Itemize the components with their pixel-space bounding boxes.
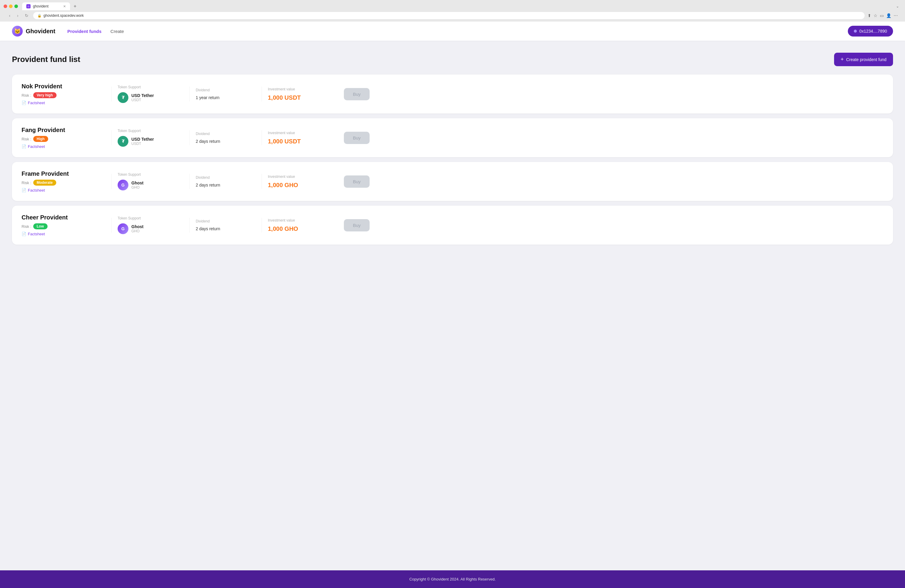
factsheet-link[interactable]: 📄 Factsheet — [22, 100, 105, 105]
token-support-label: Token Support — [117, 85, 183, 89]
dividend-label: Dividend — [196, 132, 256, 136]
investment-amount: 1,000 GHO — [268, 182, 334, 189]
factsheet-label: Factsheet — [28, 188, 45, 192]
url-text: ghovident.spacedev.work — [43, 13, 84, 17]
investment-amount: 1,000 USDT — [268, 138, 334, 145]
fund-dividend: Dividend 2 days return — [196, 175, 256, 188]
risk-row: Risk : High — [22, 136, 105, 142]
fund-dividend: Dividend 1 year return — [196, 88, 256, 100]
investment-amount: 1,000 USDT — [268, 94, 334, 101]
token-symbol: USDT — [132, 98, 154, 102]
fund-action: Buy — [334, 88, 370, 100]
profile-button[interactable]: 👤 — [886, 13, 891, 18]
wallet-address: 0x1234....7890 — [859, 29, 887, 33]
risk-row: Risk : Very high — [22, 92, 105, 98]
investment-label: Investment value — [268, 87, 334, 91]
divider-2 — [189, 86, 190, 102]
factsheet-link[interactable]: 📄 Factsheet — [22, 232, 105, 236]
tab-close-icon[interactable]: ✕ — [63, 5, 66, 8]
tab-favicon: G — [26, 4, 30, 8]
fund-info: Cheer Provident Risk : Low 📄 Factsheet — [22, 214, 105, 236]
refresh-button[interactable]: ↻ — [23, 13, 30, 19]
fund-card: Nok Provident Risk : Very high 📄 Factshe… — [12, 75, 893, 113]
buy-button[interactable]: Buy — [344, 132, 370, 144]
nav-links: Provident funds Create — [67, 27, 848, 35]
fund-token: Token Support G Ghost GHO — [117, 216, 183, 234]
fund-token: Token Support G Ghost GHO — [117, 172, 183, 191]
token-icon: ₮ — [117, 92, 129, 103]
fund-info: Fang Provident Risk : High 📄 Factsheet — [22, 127, 105, 149]
document-icon: 📄 — [22, 188, 26, 192]
fund-info: Frame Provident Risk : Moderate 📄 Factsh… — [22, 170, 105, 192]
fund-card: Cheer Provident Risk : Low 📄 Factsheet T… — [12, 206, 893, 245]
fund-name: Nok Provident — [22, 83, 105, 90]
active-tab[interactable]: G ghovident ✕ — [22, 2, 70, 10]
token-row: ₮ USD Tether USDT — [117, 92, 183, 103]
divider-2 — [189, 218, 190, 233]
back-button[interactable]: ‹ — [7, 13, 12, 19]
menu-button[interactable]: ⋯ — [894, 13, 898, 18]
maximize-window-btn[interactable] — [14, 5, 18, 8]
nav-provident-funds[interactable]: Provident funds — [67, 27, 102, 35]
buy-button[interactable]: Buy — [344, 88, 370, 100]
fund-investment: Investment value 1,000 USDT — [268, 87, 334, 101]
buy-button[interactable]: Buy — [344, 219, 370, 231]
address-bar[interactable]: 🔒 ghovident.spacedev.work — [33, 12, 865, 19]
new-tab-button[interactable]: + — [71, 2, 79, 10]
divider-2 — [189, 174, 190, 189]
dividend-value: 2 days return — [196, 139, 256, 144]
risk-badge: Very high — [33, 92, 57, 98]
buy-button[interactable]: Buy — [344, 175, 370, 188]
fund-name: Cheer Provident — [22, 214, 105, 221]
token-support-label: Token Support — [117, 129, 183, 133]
token-name: USD Tether — [132, 93, 154, 98]
window-controls — [3, 5, 18, 8]
investment-label: Investment value — [268, 218, 334, 222]
fund-investment: Investment value 1,000 GHO — [268, 218, 334, 232]
page-header: Provident fund list + Create provident f… — [12, 53, 893, 66]
token-icon: G — [117, 180, 129, 191]
divider-3 — [262, 130, 262, 145]
main-content: Provident fund list + Create provident f… — [0, 41, 905, 571]
browser-chrome: G ghovident ✕ + ⌄ ‹ › ↻ 🔒 ghovident.spac… — [0, 0, 905, 22]
forward-button[interactable]: › — [15, 13, 21, 19]
dividend-value: 2 days return — [196, 226, 256, 231]
dividend-label: Dividend — [196, 88, 256, 92]
footer: Copyright © Ghovident 2024. All Rights R… — [0, 571, 905, 588]
dividend-label: Dividend — [196, 219, 256, 223]
close-window-btn[interactable] — [3, 5, 7, 8]
document-icon: 📄 — [22, 144, 26, 149]
create-provident-fund-button[interactable]: + Create provident fund — [834, 53, 893, 66]
token-details: Ghost GHO — [132, 224, 143, 233]
navbar: 🐱 Ghovident Provident funds Create 0x123… — [0, 22, 905, 41]
token-name: Ghost — [132, 181, 143, 185]
factsheet-link[interactable]: 📄 Factsheet — [22, 188, 105, 192]
minimize-window-btn[interactable] — [9, 5, 13, 8]
divider-3 — [262, 218, 262, 233]
fund-token: Token Support ₮ USD Tether USDT — [117, 129, 183, 147]
token-symbol: GHO — [132, 185, 143, 189]
wallet-button[interactable]: 0x1234....7890 — [848, 26, 893, 37]
footer-text: Copyright © Ghovident 2024. All Rights R… — [410, 577, 496, 582]
token-details: Ghost GHO — [132, 181, 143, 189]
investment-label: Investment value — [268, 175, 334, 179]
share-button[interactable]: ⬆ — [868, 13, 871, 18]
fund-card: Fang Provident Risk : High 📄 Factsheet T… — [12, 118, 893, 157]
token-icon: ₮ — [117, 136, 129, 147]
fund-name: Frame Provident — [22, 170, 105, 177]
nav-logo: 🐱 Ghovident — [12, 26, 56, 37]
bookmark-button[interactable]: ☆ — [873, 13, 878, 18]
sidebar-toggle-button[interactable]: ▭ — [880, 13, 884, 18]
risk-row: Risk : Low — [22, 223, 105, 229]
token-support-label: Token Support — [117, 216, 183, 220]
factsheet-label: Factsheet — [28, 232, 45, 236]
nav-create[interactable]: Create — [110, 27, 124, 35]
token-symbol: GHO — [132, 229, 143, 233]
factsheet-link[interactable]: 📄 Factsheet — [22, 144, 105, 149]
divider-1 — [111, 218, 112, 233]
token-details: USD Tether USDT — [132, 137, 154, 146]
risk-label: Risk : — [22, 181, 32, 185]
browser-actions: ⬆ ☆ ▭ 👤 ⋯ — [868, 13, 898, 18]
logo-icon: 🐱 — [12, 26, 23, 37]
plus-icon: + — [841, 56, 844, 63]
